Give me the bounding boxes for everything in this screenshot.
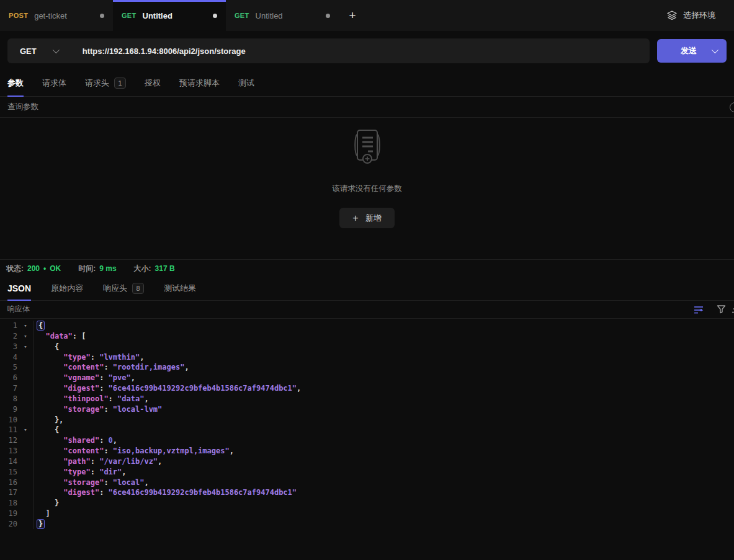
download-icon[interactable]	[730, 304, 734, 317]
active-tab-accent	[113, 0, 226, 2]
tab-title: Untitled	[256, 11, 283, 20]
code-line: 2▾ "data": [	[0, 331, 734, 341]
headers-count-badge: 1	[114, 78, 126, 89]
line-number: 14	[0, 457, 17, 466]
method-select[interactable]: GET	[7, 47, 69, 56]
code-content: "storage": "local-lvm"	[34, 404, 734, 414]
response-tabs: JSON 原始内容 响应头 8 测试结果	[0, 278, 734, 301]
status-label: 状态:	[6, 264, 24, 274]
line-number: 6	[0, 373, 17, 382]
tab-label: 测试结果	[164, 283, 196, 294]
tab-pre-request-script[interactable]: 预请求脚本	[179, 69, 220, 96]
tab-title: get-ticket	[34, 11, 67, 20]
time-value: 9 ms	[99, 264, 116, 273]
new-tab-button[interactable]: +	[339, 0, 366, 31]
request-tab-get-ticket[interactable]: POST get-ticket	[0, 0, 113, 31]
query-params-title: 查询参数	[7, 102, 38, 112]
tab-label: 请求体	[42, 78, 66, 89]
response-status-bar: 状态: 200 • OK 时间: 9 ms 大小: 317 B	[0, 259, 734, 278]
request-tab-untitled-active[interactable]: GET Untitled	[113, 0, 226, 31]
tab-headers[interactable]: 请求头 1	[85, 69, 126, 96]
code-line: 4 "type": "lvmthin",	[0, 352, 734, 362]
tab-body[interactable]: 请求体	[42, 69, 66, 96]
tab-label: 响应头	[103, 283, 127, 294]
tab-response-json[interactable]: JSON	[7, 277, 31, 300]
tab-label: 测试	[238, 78, 254, 89]
code-line: 12 "shared": 0,	[0, 435, 734, 446]
send-button[interactable]: 发送	[657, 39, 727, 63]
chevron-down-icon	[52, 47, 59, 53]
code-content: },	[34, 414, 734, 425]
filter-icon[interactable]	[715, 304, 727, 315]
code-content: "type": "lvmthin",	[34, 352, 734, 362]
code-content: {	[34, 321, 734, 331]
status-code: 200	[27, 264, 40, 273]
code-line: 11▾ {	[0, 425, 734, 435]
add-button-label: 新增	[365, 213, 382, 224]
tab-params[interactable]: 参数	[7, 69, 24, 96]
response-json-viewer[interactable]: 1▾{2▾ "data": [3▾ {4 "type": "lvmthin",5…	[0, 319, 734, 560]
tab-label: 请求头	[85, 78, 109, 89]
code-content: {	[34, 425, 734, 435]
code-line: 18 }	[0, 498, 734, 509]
tab-response-raw[interactable]: 原始内容	[51, 277, 83, 300]
environment-selector[interactable]: 选择环境	[666, 0, 734, 31]
tab-label: 授权	[145, 78, 161, 89]
unsaved-dot	[213, 14, 217, 18]
code-line: 7 "digest": "6ce416c99b419292c9bfeb4b158…	[0, 383, 734, 394]
response-body-title: 响应体	[7, 304, 30, 314]
line-number: 10	[0, 416, 17, 424]
tab-response-headers[interactable]: 响应头 8	[103, 277, 144, 300]
line-number: 12	[0, 436, 17, 445]
line-number: 9	[0, 405, 17, 414]
method-select-value: GET	[20, 47, 37, 56]
query-params-header: 查询参数	[0, 97, 734, 118]
code-line: 5 "content": "rootdir,images",	[0, 362, 734, 373]
word-wrap-icon[interactable]	[693, 304, 704, 315]
code-line: 19 ]	[0, 509, 734, 519]
line-number: 8	[0, 394, 17, 403]
code-content: "digest": "6ce416c99b419292c9bfeb4b1586c…	[34, 383, 734, 394]
line-number: 18	[0, 499, 17, 507]
request-tab-untitled-2[interactable]: GET Untitled	[226, 0, 339, 31]
response-body-toolbar	[693, 304, 727, 315]
line-number: 15	[0, 468, 17, 476]
fold-arrow-icon[interactable]: ▾	[17, 427, 34, 433]
tab-label: 预请求脚本	[179, 78, 220, 89]
line-number: 2	[0, 332, 17, 340]
url-container: GET https://192.168.1.94:8006/api2/json/…	[7, 38, 650, 63]
code-content: "path": "/var/lib/vz",	[34, 456, 734, 467]
code-content: "digest": "6ce416c99b419292c9bfeb4b1586c…	[34, 487, 734, 498]
help-icon[interactable]	[730, 102, 734, 112]
line-number: 4	[0, 353, 17, 362]
code-content: {	[34, 341, 734, 352]
code-content: "storage": "local",	[34, 477, 734, 487]
api-client-window: POST get-ticket GET Untitled GET Untitle…	[0, 0, 734, 560]
code-content: "vgname": "pve",	[34, 373, 734, 383]
tab-label: 参数	[7, 78, 24, 89]
url-input[interactable]: https://192.168.1.94:8006/api2/json/stor…	[69, 47, 246, 56]
line-number: 17	[0, 488, 17, 497]
code-line: 9 "storage": "local-lvm"	[0, 404, 734, 414]
code-content: "thinpool": "data",	[34, 393, 734, 404]
tab-title: Untitled	[143, 11, 172, 20]
tab-tests[interactable]: 测试	[238, 69, 254, 96]
tab-auth[interactable]: 授权	[145, 69, 161, 96]
chevron-down-icon	[712, 47, 718, 53]
code-line: 14 "path": "/var/lib/vz",	[0, 456, 734, 467]
line-number: 3	[0, 342, 17, 351]
code-content: "data": [	[34, 331, 734, 341]
fold-arrow-icon[interactable]: ▾	[17, 322, 34, 329]
code-line: 20}	[0, 519, 734, 530]
line-number: 11	[0, 425, 17, 434]
tab-response-tests[interactable]: 测试结果	[164, 277, 196, 300]
fold-arrow-icon[interactable]: ▾	[17, 344, 34, 350]
add-param-button[interactable]: + 新增	[339, 208, 394, 228]
response-headers-count-badge: 8	[132, 283, 144, 294]
code-line: 13 "content": "iso,backup,vztmpl,images"…	[0, 446, 734, 456]
line-number: 1	[0, 321, 17, 330]
code-line: 15 "type": "dir",	[0, 466, 734, 477]
line-number: 20	[0, 520, 17, 528]
fold-arrow-icon[interactable]: ▾	[17, 333, 34, 339]
code-content: }	[34, 519, 734, 530]
